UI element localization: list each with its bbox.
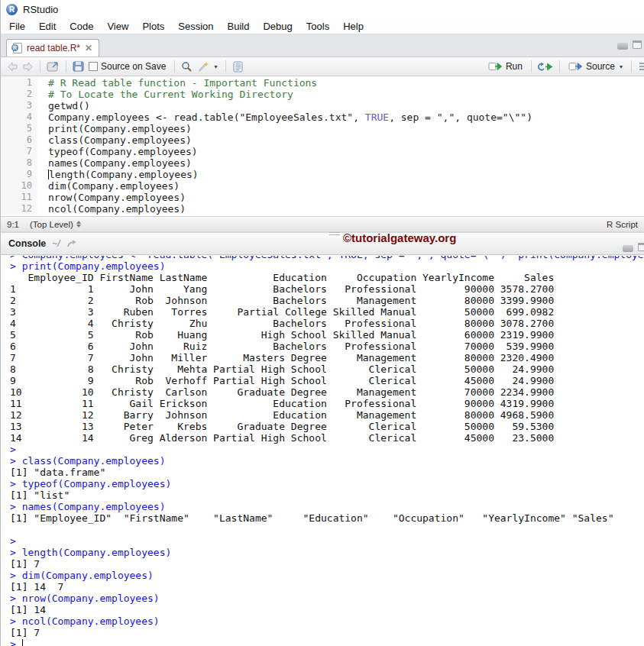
run-button[interactable]: Run [486,60,525,73]
line-code: class(Company.employees) [37,134,192,146]
editor-line: 5print(Company.employees) [1,123,644,134]
cursor-position: 9:1 [7,220,19,229]
console-line: [1] 7 [10,627,644,638]
source-button[interactable]: Source ▾ [566,60,625,73]
console-line: 7 7 John Miller Masters Degree Managemen… [10,352,644,363]
line-number: 4 [1,111,37,123]
source-label: Source [586,61,615,72]
editor-line: 1# R Read table function - Important Fun… [1,77,644,89]
menu-edit[interactable]: Edit [32,19,63,34]
console-output[interactable]: > Company.employees <- read.table("Emplo… [1,255,644,646]
rerun-icon[interactable] [538,62,553,72]
line-number: 12 [1,203,37,215]
editor-status-bar: 9:1 (Top Level) R Script [1,216,644,231]
editor-line: 7typeof(Company.employees) [1,146,644,157]
console-line: 11 11 Gail Erickson Education Profession… [10,398,644,409]
line-code: print(Company.employees) [37,123,192,134]
editor-toolbar: Source on Save ▾ Run Source ▾ [1,57,644,76]
console-line: > typeof(Company.employees) [10,478,644,489]
menu-debug[interactable]: Debug [256,19,299,34]
line-code: dim(Company.employees) [37,180,180,192]
console-title: Console [8,238,46,249]
line-code: # To Locate the Current Working Director… [37,89,293,100]
console-line: 6 6 John Ruiz Bachelors Professional 700… [10,341,644,352]
minimize-pane-icon[interactable] [617,43,628,50]
line-number: 9 [1,169,37,180]
menu-tools[interactable]: Tools [299,19,336,34]
console-line: 14 14 Greg Alderson Partial High School … [10,432,644,444]
line-number: 7 [1,146,37,157]
editor-line: 11nrow(Company.employees) [1,192,644,203]
line-number: 11 [1,192,37,203]
r-file-icon [13,43,22,53]
menu-session[interactable]: Session [171,19,220,34]
menu-code[interactable]: Code [63,19,100,34]
open-in-new-window-icon[interactable] [47,61,60,72]
document-outline-icon[interactable] [638,62,644,72]
tab-label: read table.R* [27,43,80,53]
console-line: > names(Company.employees) [10,501,644,512]
line-code: ncol(Company.employees) [37,203,186,215]
console-line: 10 10 Christy Carlson Graduate Degree Ma… [10,386,644,398]
maximize-pane-icon[interactable] [638,243,644,251]
console-line: [1] 14 [10,604,644,615]
goto-directory-icon[interactable] [66,240,78,248]
console-line: [1] "list" [10,489,644,501]
chevron-down-icon[interactable]: ▾ [620,63,623,70]
console-line: 2 2 Rob Johnson Bachelors Management 800… [10,295,644,306]
console-line: > [10,638,644,646]
line-code: # R Read table function - Important Func… [37,77,317,89]
console-line: [1] 14 7 [10,581,644,593]
pane-splitter-grip[interactable] [329,232,340,235]
maximize-pane-icon[interactable] [633,40,642,49]
editor-line: 4Company.employees <- read.table("Employ… [1,111,644,123]
console-header: Console ~/ [1,231,644,255]
rstudio-window: R RStudio FileEditCodeViewPlotsSessionBu… [0,0,644,646]
run-label: Run [506,61,523,72]
console-line: > dim(Company.employees) [10,570,644,581]
minimize-pane-icon[interactable] [623,245,633,252]
editor-line: 2# To Locate the Current Working Directo… [1,89,644,100]
menu-file[interactable]: File [2,19,32,34]
tab-close-icon[interactable]: ✕ [85,44,92,53]
file-type-selector[interactable]: R Script [607,220,638,229]
code-tools-button[interactable]: ▾ [195,60,219,74]
line-number: 1 [1,77,37,89]
scope-selector[interactable]: (Top Level) [30,220,81,229]
chevron-down-icon: ▾ [214,63,217,70]
editor-line: 6class(Company.employees) [1,134,644,146]
source-icon [568,62,583,71]
line-number: 5 [1,123,37,134]
window-title: RStudio [23,4,58,15]
editor-line: 10dim(Company.employees) [1,180,644,192]
menu-view[interactable]: View [100,19,135,34]
source-on-save-checkbox[interactable] [89,62,98,71]
console-line: Employee_ID FirstName LastName Education… [10,272,644,283]
watermark: ©tutorialgateway.org [343,231,456,244]
console-line: 8 8 Christy Mehta Partial High School Cl… [10,363,644,375]
menu-build[interactable]: Build [221,19,257,34]
back-icon[interactable] [7,62,19,72]
menu-bar: FileEditCodeViewPlotsSessionBuildDebugTo… [1,18,644,35]
line-code: length(Company.employees) [37,169,199,180]
line-code: names(Company.employees) [37,157,192,169]
code-editor[interactable]: 1# R Read table function - Important Fun… [1,76,644,216]
console-line: > [10,444,644,455]
menu-help[interactable]: Help [336,19,371,34]
console-line: 1 1 John Yang Bachelors Professional 900… [10,283,644,295]
source-on-save-toggle[interactable]: Source on Save [86,60,168,73]
find-icon[interactable] [181,61,193,73]
console-line: > class(Company.employees) [10,455,644,467]
save-icon[interactable] [73,61,84,72]
compile-report-icon[interactable] [232,61,244,73]
console-line: > [10,535,644,547]
line-code: nrow(Company.employees) [37,192,186,203]
forward-icon[interactable] [21,62,34,72]
editor-tab-read-table[interactable]: read table.R* ✕ [6,39,99,57]
menu-plots[interactable]: Plots [135,19,171,34]
console-line: 3 3 Ruben Torres Partial College Skilled… [10,306,644,318]
console-working-directory: ~/ [52,238,60,249]
line-code: typeof(Company.employees) [37,146,198,157]
title-bar: R RStudio [1,0,644,18]
console-line: [1] "Employee_ID" "FirstName" "LastName"… [10,512,644,524]
